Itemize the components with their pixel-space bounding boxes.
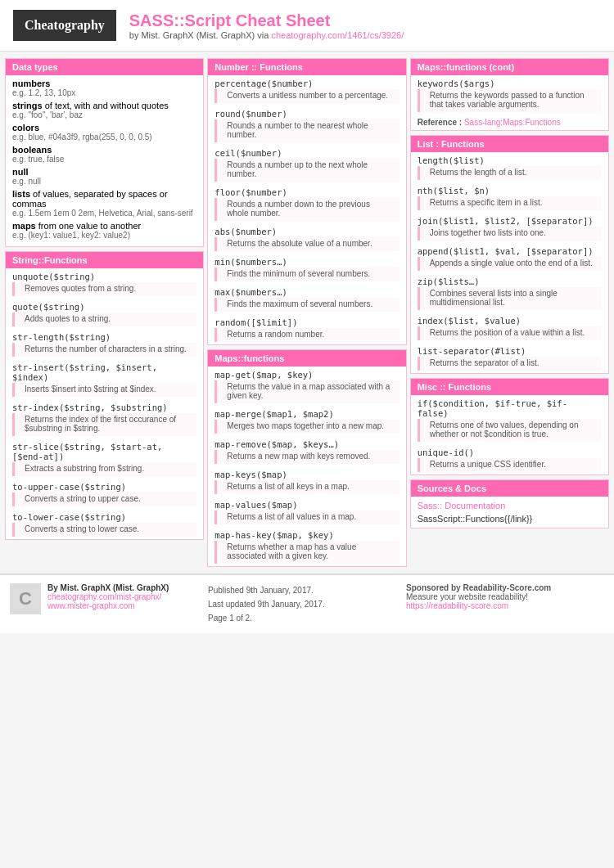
- func-quote: quote($string) Adds quotes to a string.: [6, 299, 203, 326]
- number-functions-section: Number :: Functions percentage($number) …: [207, 58, 406, 345]
- func-random: random([$limit]) Returns a random number…: [208, 314, 405, 342]
- func-zip: zip($lists…) Combines several lists into…: [411, 273, 608, 310]
- func-round: round($number) Rounds a number to the ne…: [208, 106, 405, 142]
- number-functions-header: Number :: Functions: [208, 59, 405, 75]
- list-functions-section: List : Functions length($list) Returns t…: [410, 135, 609, 374]
- sponsor-title: Sponsored by Readability-Score.com: [406, 583, 604, 592]
- string-functions-header: String::Functions: [6, 252, 203, 268]
- func-map-has-key: map-has-key($map, $key) Returns whether …: [208, 527, 405, 564]
- main-content: Data types numbers e.g. 1.2, 13, 10px st…: [0, 52, 614, 573]
- func-keywords: keywords($args) Returns the keywords pas…: [411, 75, 608, 112]
- func-map-keys: map-keys($map) Returns a list of all key…: [208, 466, 405, 494]
- footer-center: Published 9th January, 2017. Last update…: [208, 583, 406, 625]
- func-str-slice: str-slice($string, $start-at,[$end-at]) …: [6, 438, 203, 476]
- maps-functions-cont-section: Maps::functions (cont) keywords($args) R…: [410, 58, 609, 131]
- misc-functions-section: Misc :: Functions if($condition, $if-tru…: [410, 378, 609, 475]
- sponsor-link[interactable]: https://readability-score.com: [406, 601, 508, 610]
- func-append: append($list1, $val, [$separator]) Appen…: [411, 243, 608, 271]
- func-to-upper: to-upper-case($string) Converts a string…: [6, 479, 203, 506]
- func-map-values: map-values($map) Returns a list of all v…: [208, 497, 405, 524]
- func-to-lower: to-lower-case($string) Converts a string…: [6, 509, 203, 537]
- byline: by Mist. GraphX (Mist. GraphX) via cheat…: [129, 30, 404, 40]
- func-floor: floor($number) Rounds a number down to t…: [208, 184, 405, 221]
- header: Cheatography SASS::Script Cheat Sheet by…: [0, 0, 614, 52]
- column-2: Number :: Functions percentage($number) …: [207, 58, 406, 567]
- sponsor-desc: Measure your website readability!: [406, 592, 604, 601]
- func-map-remove: map-remove($map, $keys…) Returns a new m…: [208, 436, 405, 464]
- func-index: index($list, $value) Returns the positio…: [411, 313, 608, 340]
- type-booleans: booleans e.g. true, false: [12, 145, 196, 164]
- column-1: Data types numbers e.g. 1.2, 13, 10px st…: [5, 58, 204, 540]
- type-maps: maps from one value to another e.g. (key…: [12, 221, 196, 240]
- page-title: SASS::Script Cheat Sheet: [129, 11, 404, 30]
- sources-docs-section: Sources & Docs Sass:: Documentation Sass…: [410, 479, 609, 528]
- type-strings: strings of text, with and without quotes…: [12, 101, 196, 119]
- logo: Cheatography: [13, 10, 116, 41]
- footer-author: By Mist. GraphX (Mist. GraphX): [47, 583, 169, 592]
- func-str-insert: str-insert($string, $insert,$index) Inse…: [6, 359, 203, 397]
- func-abs: abs($number) Returns the absolute value …: [208, 223, 405, 251]
- footer-left: C By Mist. GraphX (Mist. GraphX) cheatog…: [10, 583, 208, 614]
- func-join: join($list1, $list2, [$separator]) Joins…: [411, 213, 608, 241]
- sass-docs-link[interactable]: Sass:: Documentation: [418, 501, 602, 510]
- func-ceil: ceil($number) Rounds a number up to the …: [208, 145, 405, 182]
- maps-functions-section: Maps::functions map-get($map, $key) Retu…: [207, 349, 406, 567]
- sassscript-link: SassScript::Functions{{/link}}: [418, 514, 602, 524]
- func-percentage: percentage($number) Converts a unitless …: [208, 75, 405, 103]
- maps-functions-cont-header: Maps::functions (cont): [411, 59, 608, 75]
- func-str-index: str-index($string, $substring) Returns t…: [6, 399, 203, 436]
- func-nth: nth($list, $n) Returns a specific item i…: [411, 182, 608, 210]
- list-functions-header: List : Functions: [411, 136, 608, 152]
- footer-logo: C: [10, 583, 41, 614]
- reference-link[interactable]: Sass-lang:Maps:Functions: [464, 118, 561, 127]
- footer-author-link[interactable]: cheatography.com/mist-graphx/: [47, 592, 169, 601]
- type-null: null e.g. null: [12, 167, 196, 186]
- func-unquote: unquote($string) Removes quotes from a s…: [6, 268, 203, 296]
- reference-line: Reference : Sass-lang:Maps:Functions: [411, 115, 608, 130]
- footer-author-site[interactable]: www.mister-graphx.com: [47, 601, 169, 610]
- header-text: SASS::Script Cheat Sheet by Mist. GraphX…: [129, 11, 404, 40]
- type-colors: colors e.g. blue, #04a3f9, rgba(255, 0, …: [12, 123, 196, 142]
- func-length: length($list) Returns the length of a li…: [411, 152, 608, 180]
- maps-functions-header: Maps::functions: [208, 350, 405, 367]
- footer: C By Mist. GraphX (Mist. GraphX) cheatog…: [0, 573, 614, 633]
- type-numbers: numbers e.g. 1.2, 13, 10px: [12, 79, 196, 97]
- cheatography-link[interactable]: cheatography.com/1461/cs/3926/: [271, 30, 404, 40]
- func-unique-id: unique-id() Returns a unique CSS identif…: [411, 444, 608, 472]
- string-functions-section: String::Functions unquote($string) Remov…: [5, 251, 204, 540]
- column-3: Maps::functions (cont) keywords($args) R…: [410, 58, 609, 528]
- func-min: min($numbers…) Finds the minimum of seve…: [208, 254, 405, 281]
- data-types-header: Data types: [6, 59, 203, 75]
- func-map-merge: map-merge($map1, $map2) Merges two maps …: [208, 406, 405, 434]
- func-map-get: map-get($map, $key) Returns the value in…: [208, 367, 405, 403]
- func-str-length: str-length($string) Returns the number o…: [6, 329, 203, 357]
- func-max: max($numbers…) Finds the maximum of seve…: [208, 284, 405, 312]
- sources-docs-header: Sources & Docs: [411, 480, 608, 497]
- func-if: if($condition, $if-true, $if-false) Retu…: [411, 395, 608, 442]
- type-lists: lists of values, separated by spaces or …: [12, 189, 196, 218]
- data-types-section: Data types numbers e.g. 1.2, 13, 10px st…: [5, 58, 204, 247]
- footer-right: Sponsored by Readability-Score.com Measu…: [406, 583, 604, 610]
- misc-functions-header: Misc :: Functions: [411, 379, 608, 395]
- func-list-separator: list-separator(#list) Returns the separa…: [411, 343, 608, 371]
